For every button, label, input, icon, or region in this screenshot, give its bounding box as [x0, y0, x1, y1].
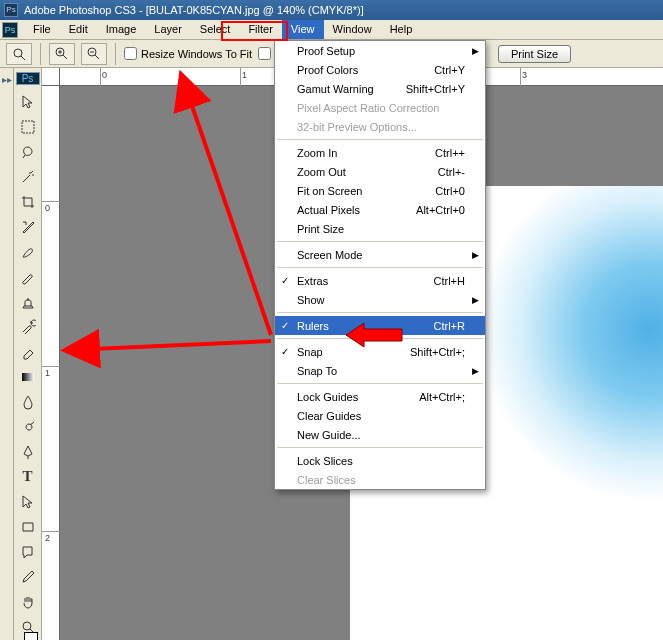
svg-line-9 — [190, 100, 271, 335]
svg-rect-11 — [222, 22, 287, 40]
svg-line-10 — [92, 341, 271, 349]
annotation-arrows — [0, 0, 663, 640]
